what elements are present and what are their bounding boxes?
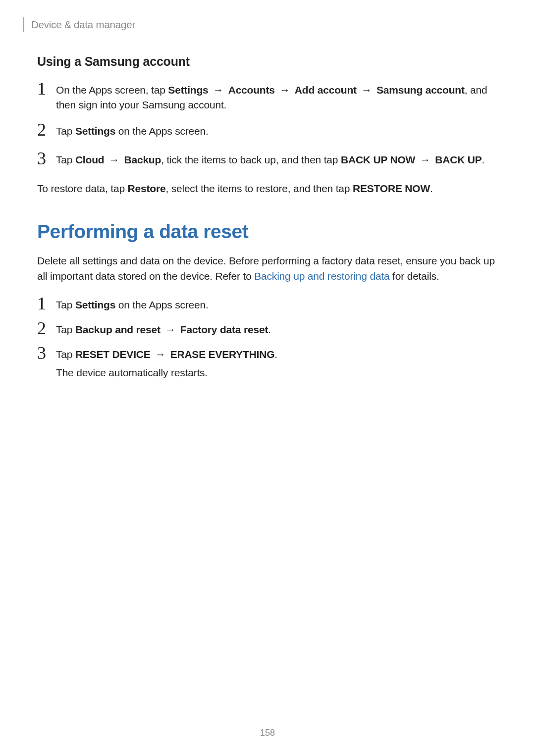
bold-settings: Settings [75,299,115,310]
step-number: 1 [37,295,53,312]
step-body: Tap RESET DEVICE → ERASE EVERYTHING. The… [56,347,498,380]
breadcrumb: Device & data manager [31,19,135,31]
text: . [430,183,433,194]
reset-step-2: 2 Tap Backup and reset → Factory data re… [37,322,498,340]
bold-backup-reset: Backup and reset [75,324,160,335]
bold-cloud: Cloud [75,154,104,165]
step-aftertext: The device automatically restarts. [56,365,498,380]
step-body: Tap Settings on the Apps screen. [56,124,498,139]
page-container: Device & data manager Using a Samsung ac… [0,0,535,756]
arrow-icon: → [357,84,376,96]
restore-paragraph: To restore data, tap Restore, select the… [37,181,498,196]
bold-settings: Settings [75,125,115,137]
arrow-icon: → [209,84,228,96]
step-number: 2 [37,121,53,139]
text: , tick the items to back up, and then ta… [161,154,341,165]
text: To restore data, tap [37,183,128,194]
bold-reset-device: RESET DEVICE [75,349,151,360]
text: , select the items to restore, and then … [165,183,353,194]
reset-step-3: 3 Tap RESET DEVICE → ERASE EVERYTHING. T… [37,347,498,380]
step-number: 1 [37,80,53,98]
subheading-samsung-account: Using a Samsung account [37,54,498,69]
bold-restore-now: RESTORE NOW [353,183,430,194]
text: Tap [56,154,75,165]
arrow-icon: → [415,154,435,165]
link-backing-up[interactable]: Backing up and restoring data [254,270,389,282]
arrow-icon: → [104,154,124,165]
text: Tap [56,125,75,137]
text: On the Apps screen, tap [56,84,168,96]
text: on the Apps screen. [115,125,208,137]
step-number: 2 [37,319,53,337]
intro-paragraph: Delete all settings and data on the devi… [37,253,498,284]
bold-samsung-account: Samsung account [376,84,465,96]
page-header: Device & data manager [37,17,498,33]
text: . [482,154,485,165]
bold-settings: Settings [168,84,208,96]
arrow-icon: → [160,324,180,335]
bold-backup-now: BACK UP NOW [341,154,415,165]
step-number: 3 [37,150,53,167]
step-3: 3 Tap Cloud → Backup, tick the items to … [37,152,498,170]
arrow-icon: → [151,349,170,360]
text: for details. [389,270,439,282]
step-body: Tap Backup and reset → Factory data rese… [56,322,498,337]
section-title-data-reset: Performing a data reset [37,221,498,243]
step-2: 2 Tap Settings on the Apps screen. [37,124,498,142]
reset-step-1: 1 Tap Settings on the Apps screen. [37,298,498,315]
header-accent-bar [23,17,24,32]
bold-backup: Backup [124,154,161,165]
text: . [268,324,271,335]
bold-restore: Restore [128,183,166,194]
text: Tap [56,324,75,335]
text: Tap [56,349,75,360]
text: Tap [56,299,75,310]
bold-erase-everything: ERASE EVERYTHING [170,349,275,360]
step-body: Tap Settings on the Apps screen. [56,298,498,312]
step-body: On the Apps screen, tap Settings → Accou… [56,83,498,113]
bold-add-account: Add account [295,84,357,96]
bold-factory-reset: Factory data reset [180,324,268,335]
step-1: 1 On the Apps screen, tap Settings → Acc… [37,83,498,113]
arrow-icon: → [275,84,295,96]
text: on the Apps screen. [115,299,208,310]
step-number: 3 [37,344,53,362]
step-body: Tap Cloud → Backup, tick the items to ba… [56,152,498,167]
text: . [274,349,277,360]
page-number: 158 [0,728,535,738]
bold-accounts: Accounts [228,84,275,96]
bold-back-up: BACK UP [435,154,482,165]
